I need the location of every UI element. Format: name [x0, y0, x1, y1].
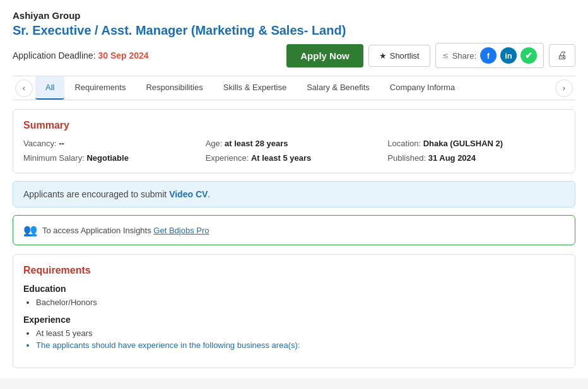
- video-cv-box: Applicants are encouraged to submit Vide…: [13, 181, 575, 207]
- education-heading: Education: [23, 284, 565, 294]
- insights-icon: 👥: [23, 223, 37, 237]
- age-value: at least 28 years: [225, 139, 288, 148]
- list-item: Bachelor/Honors: [36, 298, 565, 307]
- tab-all[interactable]: All: [35, 76, 64, 100]
- published-value: 31 Aug 2024: [428, 153, 476, 163]
- video-cv-text-before: Applicants are encouraged to submit: [23, 189, 169, 199]
- shortlist-label: Shortlist: [390, 51, 420, 61]
- tabs-list: All Requirements Responsibilities Skills…: [35, 76, 553, 100]
- whatsapp-icon[interactable]: ✔: [520, 47, 537, 64]
- location-value: Dhaka (GULSHAN 2): [423, 139, 503, 148]
- summary-experience: Experience: At least 5 years: [206, 153, 383, 163]
- insights-text-before: To access Application Insights: [42, 226, 153, 235]
- tab-requirements[interactable]: Requirements: [64, 76, 136, 100]
- action-buttons: Apply Now ★ Shortlist ≲ Share: f in ✔ 🖨: [286, 43, 575, 68]
- experience-label: Experience:: [206, 153, 251, 163]
- job-title: Sr. Executive / Asst. Manager (Marketing…: [13, 23, 575, 38]
- vacancy-value: --: [59, 139, 64, 148]
- apply-now-button[interactable]: Apply Now: [286, 44, 363, 67]
- insights-box: 👥 To access Application Insights Get Bdj…: [13, 215, 575, 245]
- experience-heading: Experience: [23, 315, 565, 325]
- share-icon: ≲: [442, 51, 449, 60]
- summary-box: Summary Vacancy: -- Age: at least 28 yea…: [13, 109, 575, 173]
- linkedin-icon[interactable]: in: [500, 47, 517, 64]
- deadline-text: Application Deadline: 30 Sep 2024: [13, 50, 149, 61]
- tab-salary[interactable]: Salary & Benefits: [297, 76, 380, 100]
- summary-vacancy: Vacancy: --: [23, 139, 201, 148]
- insights-text: To access Application Insights Get Bdjob…: [42, 226, 209, 235]
- summary-location: Location: Dhaka (GULSHAN 2): [387, 139, 565, 148]
- list-item: The applicants should have experience in…: [36, 340, 565, 350]
- tabs-next-button[interactable]: ›: [555, 79, 573, 97]
- summary-published: Published: 31 Aug 2024: [387, 153, 565, 163]
- salary-value: Negotiable: [86, 153, 128, 163]
- summary-age: Age: at least 28 years: [206, 139, 383, 148]
- company-name: Ashiyan Group: [13, 10, 575, 21]
- age-label: Age:: [206, 139, 225, 148]
- facebook-icon[interactable]: f: [480, 47, 497, 64]
- salary-label: Minimum Salary:: [23, 153, 86, 163]
- experience-value: At least 5 years: [251, 153, 311, 163]
- deadline-label: Application Deadline:: [13, 50, 96, 61]
- education-list: Bachelor/Honors: [23, 298, 565, 307]
- print-button[interactable]: 🖨: [549, 44, 575, 67]
- experience-list: At least 5 years The applicants should h…: [23, 328, 565, 350]
- summary-salary: Minimum Salary: Negotiable: [23, 153, 201, 163]
- tab-responsibilities[interactable]: Responsibilities: [136, 76, 213, 100]
- share-group: ≲ Share: f in ✔: [435, 43, 544, 68]
- deadline-date: 30 Sep 2024: [98, 50, 148, 61]
- list-item: At least 5 years: [36, 328, 565, 338]
- tabs-prev-button[interactable]: ‹: [15, 79, 33, 97]
- star-icon: ★: [379, 51, 387, 61]
- location-label: Location:: [387, 139, 423, 148]
- summary-grid: Vacancy: -- Age: at least 28 years Locat…: [23, 139, 565, 163]
- vacancy-label: Vacancy:: [23, 139, 59, 148]
- summary-title: Summary: [23, 120, 565, 131]
- get-bdjobs-pro-link[interactable]: Get Bdjobs Pro: [153, 226, 209, 235]
- requirements-title: Requirements: [23, 265, 565, 276]
- video-cv-text-after: .: [208, 189, 210, 199]
- tab-skills[interactable]: Skills & Expertise: [213, 76, 297, 100]
- published-label: Published:: [387, 153, 428, 163]
- deadline-action-row: Application Deadline: 30 Sep 2024 Apply …: [13, 43, 575, 68]
- tabs-bar: ‹ All Requirements Responsibilities Skil…: [13, 76, 575, 100]
- tab-company[interactable]: Company Informa: [380, 76, 465, 100]
- share-label: Share:: [452, 51, 476, 61]
- requirements-box: Requirements Education Bachelor/Honors E…: [13, 254, 575, 368]
- video-cv-strong: Video CV: [169, 189, 208, 199]
- shortlist-button[interactable]: ★ Shortlist: [368, 45, 430, 67]
